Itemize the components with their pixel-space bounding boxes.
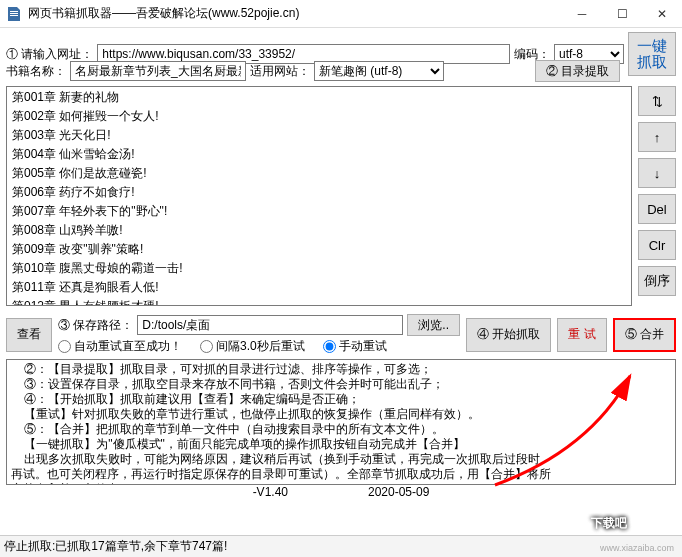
clear-button[interactable]: Clr: [638, 230, 676, 260]
chapter-row[interactable]: 第012章 男人有钱腰板才硬!: [8, 297, 630, 306]
move-down-button[interactable]: ↓: [638, 158, 676, 188]
chapter-row[interactable]: 第005章 你们是故意碰瓷!: [8, 164, 630, 183]
maximize-button[interactable]: ☐: [602, 0, 642, 28]
status-bar: 停止抓取:已抓取17篇章节,余下章节747篇!: [0, 535, 682, 557]
app-icon: [6, 6, 22, 22]
close-button[interactable]: ✕: [642, 0, 682, 28]
titlebar: 网页书籍抓取器——吾爱破解论坛(www.52pojie.cn) ─ ☐ ✕: [0, 0, 682, 28]
site-label: 适用网站：: [250, 63, 310, 80]
log-line: 【一键抓取】为"傻瓜模式"，前面只能完成单项的操作抓取按钮自动完成并【合并】: [11, 437, 671, 452]
view-button[interactable]: 查看: [6, 318, 52, 352]
chapter-row[interactable]: 第004章 仙米雪蛤金汤!: [8, 145, 630, 164]
log-box[interactable]: ②：【目录提取】抓取目录，可对抓的目录进行过滤、排序等操作，可多选； ③：设置保…: [6, 359, 676, 485]
chapter-row[interactable]: 第010章 腹黑丈母娘的霸道一击!: [8, 259, 630, 278]
chapter-row[interactable]: 第003章 光天化日!: [8, 126, 630, 145]
log-line: 出现多次抓取失败时，可能为网络原因，建议稍后再试（换到手动重试，再完成一次抓取后…: [11, 452, 671, 467]
delete-button[interactable]: Del: [638, 194, 676, 224]
chapter-row[interactable]: 第007章 年轻外表下的"野心"!: [8, 202, 630, 221]
log-line: ⑤：【合并】把抓取的章节到单一文件中（自动搜索目录中的所有文本文件）。: [11, 422, 671, 437]
savepath-label: ③ 保存路径：: [58, 317, 133, 334]
retry-button[interactable]: 重 试: [557, 318, 606, 352]
move-up-button[interactable]: ↑: [638, 122, 676, 152]
chapter-row[interactable]: 第008章 山鸡羚羊嗷!: [8, 221, 630, 240]
minimize-button[interactable]: ─: [562, 0, 602, 28]
site-select[interactable]: 新笔趣阁 (utf-8): [314, 61, 444, 81]
chapter-list[interactable]: 第001章 新妻的礼物第002章 如何摧毁一个女人!第003章 光天化日!第00…: [6, 86, 632, 306]
chapter-row[interactable]: 第006章 药疗不如食疗!: [8, 183, 630, 202]
window-title: 网页书籍抓取器——吾爱破解论坛(www.52pojie.cn): [28, 5, 562, 22]
bookname-label: 书籍名称：: [6, 63, 66, 80]
savepath-input[interactable]: [137, 315, 403, 335]
log-line: 再试。也可关闭程序，再运行时指定原保存的目录即可重试）。全部章节抓取成功后，用【…: [11, 467, 671, 482]
onekey-fetch-button[interactable]: 一键 抓取: [628, 32, 676, 76]
log-line: ③：设置保存目录，抓取空目录来存放不同书籍，否则文件会并时可能出乱子；: [11, 377, 671, 392]
retry-manual-radio[interactable]: 手动重试: [323, 338, 387, 355]
extract-toc-button[interactable]: ② 目录提取: [535, 60, 620, 82]
log-line: ②：【目录提取】抓取目录，可对抓的目录进行过滤、排序等操作，可多选；: [11, 362, 671, 377]
chapter-row[interactable]: 第009章 改变"驯养"策略!: [8, 240, 630, 259]
log-line: 【重试】针对抓取失败的章节进行重试，也做停止抓取的恢复操作（重启同样有效）。: [11, 407, 671, 422]
chapter-row[interactable]: 第001章 新妻的礼物: [8, 88, 630, 107]
chapter-row[interactable]: 第002章 如何摧毁一个女人!: [8, 107, 630, 126]
retry-auto-radio[interactable]: 自动重试直至成功！: [58, 338, 182, 355]
log-line: ④：【开始抓取】抓取前建议用【查看】来确定编码是否正确；: [11, 392, 671, 407]
reverse-button[interactable]: 倒序: [638, 266, 676, 296]
merge-button[interactable]: ⑤ 合并: [613, 318, 676, 352]
chapter-row[interactable]: 第011章 还真是狗眼看人低!: [8, 278, 630, 297]
version-label: -V1.40: [253, 485, 288, 499]
url-label: ① 请输入网址：: [6, 46, 93, 63]
bookname-input[interactable]: [70, 61, 246, 81]
browse-button[interactable]: 浏览..: [407, 314, 460, 336]
date-label: 2020-05-09: [368, 485, 429, 499]
retry-delay-radio[interactable]: 间隔3.0秒后重试: [200, 338, 305, 355]
swap-button[interactable]: ⇅: [638, 86, 676, 116]
start-fetch-button[interactable]: ④ 开始抓取: [466, 318, 551, 352]
